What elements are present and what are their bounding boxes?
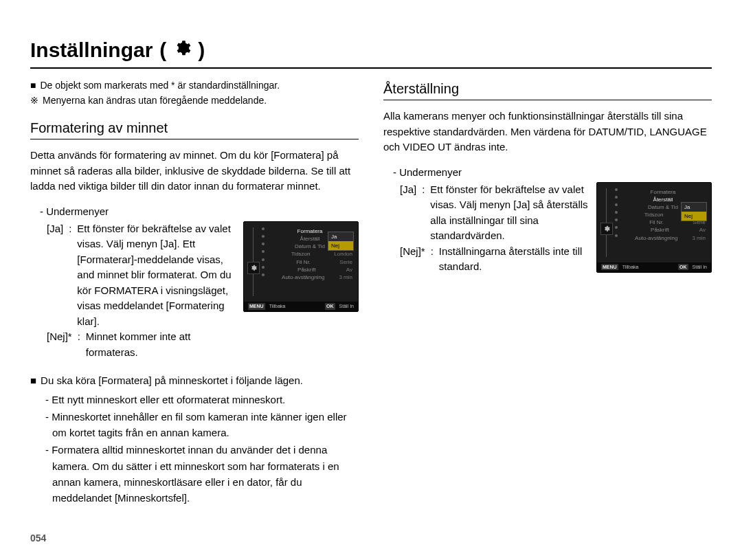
lcd-menu-item: Formatera: [615, 188, 706, 196]
section-heading-format: Formatering av minnet: [30, 120, 359, 136]
lcd-menu-item: TidszonLondon: [262, 250, 352, 258]
option-text-nej: Inställningarna återställs inte till sta…: [439, 244, 589, 275]
lcd-menu-item: Fil Nr.Serie: [262, 258, 352, 266]
footer-set: Ställ In: [693, 264, 707, 271]
section-rule: [30, 139, 359, 139]
footer-set: Ställ In: [339, 303, 354, 310]
submenu-ja: [Ja] : Ett fönster för bekräftelse av va…: [47, 221, 236, 330]
submenu-nej: [Nej]* : Minnet kommer inte att formater…: [47, 329, 236, 360]
popup-option-ja: Ja: [682, 203, 706, 212]
ok-button-tag: OK: [325, 303, 335, 310]
option-key-ja: [Ja]: [400, 182, 416, 244]
submenu-label: - Undermenyer: [40, 205, 359, 217]
option-key-ja: [Ja]: [47, 221, 63, 330]
format-intro: Detta används för formatering av minnet.…: [30, 148, 359, 194]
list-item: - Formatera alltid minneskortet innan du…: [45, 442, 359, 506]
camera-lcd-reset: FormateraÅterställDatum & TidTidszonLond…: [596, 182, 712, 273]
menu-button-tag: MENU: [248, 303, 265, 310]
gear-icon: [247, 262, 260, 274]
submenu-and-lcd-right: [Ja] : Ett fönster för bekräftelse av va…: [383, 182, 712, 275]
square-bullet-icon: ■: [30, 78, 36, 93]
popup-option-ja: Ja: [328, 232, 353, 241]
option-text-nej: Minnet kommer inte att formateras.: [86, 329, 236, 360]
page-title: Inställningar ( ): [30, 38, 712, 62]
option-key-nej: [Nej]*: [47, 329, 72, 360]
title-rule: [30, 67, 712, 69]
submenu-text: [Ja] : Ett fönster för bekräftelse av va…: [30, 221, 236, 361]
option-text-ja: Ett fönster för bekräftelse av valet vis…: [430, 182, 589, 244]
footer-back: Tillbaka: [622, 264, 639, 271]
list-item: - Ett nytt minneskort eller ett oformate…: [45, 392, 359, 407]
popup-option-nej: Nej: [328, 241, 353, 250]
lcd-menu-item: PåskriftAv: [262, 266, 352, 273]
lcd-menu-item: Auto-avstängning3 min: [262, 273, 352, 281]
note-text-1: De objekt som markerats med * är standar…: [40, 78, 280, 93]
format-cases: ■ Du ska köra [Formatera] på minneskorte…: [30, 372, 359, 506]
colon: :: [431, 244, 434, 275]
reset-intro: Alla kamerans menyer och funktionsinstäl…: [383, 109, 712, 155]
lcd-footer: MENU Tillbaka OK Ställ In: [244, 302, 358, 311]
list-item: - Minneskortet innehåller en fil som kam…: [45, 409, 359, 441]
section-rule: [383, 100, 712, 100]
colon: :: [422, 182, 425, 244]
submenu-ja: [Ja] : Ett fönster för bekräftelse av va…: [400, 182, 589, 244]
right-column: Återställning Alla kamerans menyer och f…: [383, 78, 712, 507]
option-text-ja: Ett fönster för bekräftelse av valet vis…: [77, 221, 236, 330]
note-line-1: ■ De objekt som markerats med * är stand…: [30, 78, 359, 93]
camera-lcd-format: FormateraÅterställDatum & TidTidszonLond…: [243, 221, 359, 312]
submenu-label: - Undermenyer: [393, 166, 712, 178]
cases-lead: ■ Du ska köra [Formatera] på minneskorte…: [30, 372, 359, 388]
notes-block: ■ De objekt som markerats med * är stand…: [30, 78, 359, 108]
lcd-menu-item: Auto-avstängning3 min: [615, 234, 706, 242]
paren-close: ): [198, 38, 205, 62]
colon: :: [78, 329, 80, 360]
note-line-2: ※ Menyerna kan ändras utan föregående me…: [30, 93, 359, 109]
gear-icon: [173, 38, 191, 62]
menu-button-tag: MENU: [601, 264, 618, 271]
lcd-confirm-popup: Ja Nej: [681, 202, 707, 221]
square-bullet-icon: ■: [30, 372, 36, 388]
section-heading-reset: Återställning: [383, 81, 712, 97]
note-text-2: Menyerna kan ändras utan föregående medd…: [43, 93, 267, 109]
cases-lead-text: Du ska köra [Formatera] på minneskortet …: [41, 372, 303, 388]
lcd-menu-item: PåskriftAv: [615, 226, 706, 234]
paren-open: (: [159, 38, 166, 62]
cases-list: - Ett nytt minneskort eller ett oformate…: [45, 392, 359, 506]
lcd-footer: MENU Tillbaka OK Ställ In: [597, 262, 711, 272]
reference-mark-icon: ※: [30, 93, 38, 109]
title-text: Inställningar: [30, 38, 153, 62]
left-column: ■ De objekt som markerats med * är stand…: [30, 78, 359, 507]
submenu-and-lcd: [Ja] : Ett fönster för bekräftelse av va…: [30, 221, 359, 361]
submenu-text: [Ja] : Ett fönster för bekräftelse av va…: [383, 182, 589, 275]
footer-back: Tillbaka: [269, 303, 286, 310]
ok-button-tag: OK: [678, 264, 688, 271]
option-key-nej: [Nej]*: [400, 244, 425, 275]
gear-icon: [600, 223, 613, 235]
two-column-layout: ■ De objekt som markerats med * är stand…: [30, 78, 712, 507]
submenu-nej: [Nej]* : Inställningarna återställs inte…: [400, 244, 589, 275]
lcd-confirm-popup: Ja Nej: [328, 232, 354, 251]
manual-page: Inställningar ( ) ■ De objekt som marker…: [0, 0, 742, 560]
colon: :: [69, 221, 71, 330]
popup-option-nej: Nej: [682, 212, 706, 221]
page-number: 054: [30, 533, 46, 544]
